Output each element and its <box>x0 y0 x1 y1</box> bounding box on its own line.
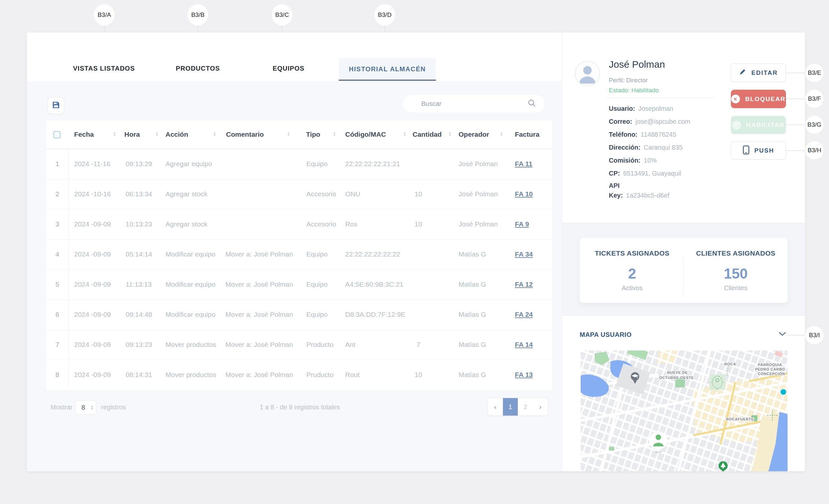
table-row[interactable]: 42024 -09-0905:14:14Modificar equipoMove… <box>46 239 552 269</box>
cell-operador: José Polman <box>459 160 498 168</box>
factura-link[interactable]: FA 12 <box>515 281 533 288</box>
tab-equipos[interactable]: EQUIPOS <box>273 65 304 72</box>
factura-link[interactable]: FA 13 <box>515 371 533 379</box>
cell-codigo-mac: 22:22:22:22:22:22 <box>345 250 400 258</box>
col-header-comentario[interactable]: Comentario <box>226 131 264 138</box>
bloquear-label: BLOQUEAR <box>745 96 786 103</box>
page-size-stepper-icon[interactable]: ▲▼ <box>91 405 94 410</box>
cell-tipo: Equipo <box>307 250 327 258</box>
table-row[interactable]: 12024 -11-1609:13:29Agregar equipoEquipo… <box>46 149 552 179</box>
enable-check-icon: ✓ <box>732 121 741 130</box>
cell-comentario: Mover a: José Polman <box>225 281 293 288</box>
tab-productos[interactable]: PRODUCTOS <box>176 65 220 72</box>
smartphone-icon <box>743 145 749 156</box>
factura-link[interactable]: FA 14 <box>515 341 533 349</box>
cell-hora: 08:14:31 <box>125 371 152 379</box>
cell-hora: 09:13:23 <box>125 341 152 349</box>
annotation-label: B3/B <box>191 11 204 19</box>
cell-hora: 09:13:29 <box>125 160 152 168</box>
callout-line-b3f <box>786 99 805 99</box>
factura-link[interactable]: FA 34 <box>515 250 533 258</box>
svg-text:- CONCEPCIÓN: - CONCEPCIÓN <box>755 372 785 376</box>
sort-icon[interactable]: ▴▾ <box>214 131 216 136</box>
cell-cantidad: 7 <box>404 341 433 349</box>
page-size-value: 8 <box>76 404 91 411</box>
save-icon <box>52 101 60 110</box>
cell-operador: Matías G <box>459 311 486 318</box>
factura-link[interactable]: FA 10 <box>515 190 533 198</box>
table-row[interactable]: 82024 -09-0908:14:31Mover productosMover… <box>46 360 552 390</box>
sort-icon[interactable]: ▴▾ <box>501 131 503 136</box>
page-size-select[interactable]: 8 ▲▼ <box>75 400 96 415</box>
bloquear-button[interactable]: ✕ BLOQUEAR <box>731 90 786 108</box>
select-all-checkbox[interactable] <box>53 131 61 138</box>
stats-divider <box>684 257 684 296</box>
detail-telefono: Teléfono:1148876245 <box>609 131 676 138</box>
col-header-accion[interactable]: Acción <box>166 131 188 138</box>
row-number: 3 <box>46 220 68 228</box>
sort-icon[interactable]: ▴▾ <box>288 131 289 136</box>
sort-icon[interactable]: ▴▾ <box>449 131 451 136</box>
cell-codigo-mac: ONU <box>345 190 360 198</box>
pager: ‹ 1 2 › <box>488 398 548 416</box>
search-placeholder: Buscar <box>421 100 527 108</box>
cell-codigo-mac: D8:3A:DD:7F:12:9E <box>345 311 405 318</box>
svg-text:ROCA: ROCA <box>724 362 736 366</box>
col-header-hora[interactable]: Hora <box>124 131 140 138</box>
search-input[interactable]: Buscar <box>403 95 545 112</box>
cell-comentario: Mover a: José Polman <box>225 341 293 349</box>
save-button[interactable] <box>47 97 64 114</box>
pager-prev-button[interactable]: ‹ <box>488 398 503 416</box>
editar-label: EDITAR <box>751 69 778 76</box>
col-header-operador[interactable]: Operador <box>459 131 489 138</box>
detail-correo: Correo:jose@ispcube.com <box>609 118 690 125</box>
cell-accion: Modificar equipo <box>166 250 215 258</box>
svg-text:OCTUBRE OESTE: OCTUBRE OESTE <box>659 376 694 380</box>
factura-link[interactable]: FA 9 <box>515 220 529 228</box>
cell-accion: Mover productos <box>166 371 216 379</box>
pencil-icon <box>739 68 746 77</box>
col-header-fecha[interactable]: Fecha <box>74 131 94 138</box>
habilitar-button[interactable]: ✓ HABILITAR <box>731 116 786 134</box>
svg-text:NUEVE DE: NUEVE DE <box>667 370 688 374</box>
sort-icon[interactable]: ▴▾ <box>404 131 406 136</box>
sort-icon[interactable]: ▴▾ <box>156 131 158 136</box>
factura-link[interactable]: FA 24 <box>515 311 533 318</box>
sort-icon[interactable]: ▴▾ <box>333 131 335 136</box>
pager-next-button[interactable]: › <box>533 398 548 416</box>
clientes-sub: Clientes <box>724 284 747 292</box>
tab-historial-almacen[interactable]: HISTORIAL ALMACÉN <box>339 58 436 81</box>
cell-tipo: Pruducto <box>307 371 333 379</box>
table-row[interactable]: 22024 -10-1606:13:34Agregar stockAccesor… <box>46 179 552 209</box>
clientes-title: CLIENTES ASIGNADOS <box>696 249 775 257</box>
profile-divider <box>607 98 713 98</box>
table-row[interactable]: 52024 -09-0911:13:13Modificar equipoMove… <box>46 269 552 300</box>
col-header-factura[interactable]: Factura <box>515 131 540 138</box>
cell-comentario: Mover a: José Polman <box>225 371 293 379</box>
row-number: 6 <box>46 311 68 318</box>
pager-page-2[interactable]: 2 <box>518 398 533 416</box>
cell-accion: Agregar stock <box>166 220 208 228</box>
table-row[interactable]: 62024 -09-0909:14:48Modificar equipoMove… <box>46 300 552 330</box>
row-number: 7 <box>46 341 68 349</box>
user-map[interactable]: NUEVE DE OCTUBRE OESTE ROCA PARROQUIA PE… <box>581 351 788 471</box>
annotation-badge-b3d: B3/D <box>374 4 395 26</box>
svg-text:PARROQUIA: PARROQUIA <box>758 363 782 367</box>
row-number: 2 <box>46 190 68 198</box>
col-header-cantidad[interactable]: Cantidad <box>412 131 442 138</box>
col-header-codigo-mac[interactable]: Código/MAC <box>345 131 386 138</box>
search-icon[interactable] <box>527 99 536 109</box>
col-header-tipo[interactable]: Tipo <box>306 131 320 138</box>
factura-link[interactable]: FA 11 <box>515 160 532 168</box>
row-number: 5 <box>46 281 68 288</box>
tab-vistas-listados[interactable]: VISTAS LISTADOS <box>73 65 135 72</box>
pager-page-1[interactable]: 1 <box>503 398 518 416</box>
chevron-down-icon[interactable] <box>778 331 787 338</box>
tickets-value: 2 <box>628 265 636 282</box>
push-button[interactable]: PUSH <box>731 142 786 160</box>
sort-icon[interactable]: ▴▾ <box>114 131 116 136</box>
editar-button[interactable]: EDITAR <box>731 64 786 82</box>
table-row[interactable]: 72024 -09-0909:13:23Mover productosMover… <box>46 330 552 360</box>
cell-codigo-mac: Ant <box>345 341 356 349</box>
table-row[interactable]: 32024 -09-0910:13:23Agregar stockAccesor… <box>46 209 552 239</box>
